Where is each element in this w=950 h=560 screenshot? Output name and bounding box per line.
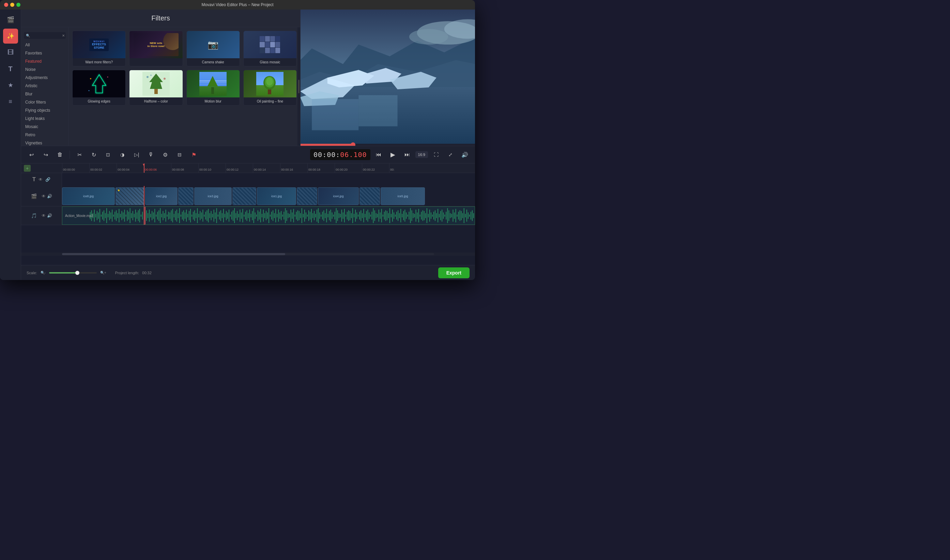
close-button[interactable]: [4, 3, 8, 7]
clip-ice5[interactable]: ice5.jpg: [380, 187, 425, 205]
clip-transition-3[interactable]: [297, 187, 317, 205]
sidebar-item-filters[interactable]: ✨: [3, 29, 18, 44]
video-track-volume[interactable]: 🔊: [47, 194, 52, 198]
text-track-link[interactable]: 🔗: [45, 177, 51, 182]
color-button[interactable]: ◑: [116, 149, 128, 161]
filter-card-new-sets[interactable]: NEW setsin Store now!: [129, 31, 183, 66]
svg-point-3: [107, 77, 108, 78]
settings-button[interactable]: ⚙: [159, 149, 171, 161]
text-track-visibility[interactable]: 👁: [38, 177, 43, 182]
clip-ice8[interactable]: ice8.jpg: [62, 187, 115, 205]
preview-handle[interactable]: [351, 142, 356, 146]
category-mosaic[interactable]: Mosaic: [21, 123, 68, 131]
category-color-filters[interactable]: Color filters: [21, 98, 68, 106]
toolbar-separator-1: [69, 151, 70, 159]
sidebar-item-stickers[interactable]: ★: [3, 78, 18, 93]
category-blur[interactable]: Blur: [21, 90, 68, 98]
screenshot-button[interactable]: ⛶: [430, 149, 442, 161]
category-all[interactable]: All: [21, 41, 68, 49]
category-light-leaks[interactable]: Light leaks: [21, 114, 68, 123]
filter-card-oil-painting[interactable]: Oil painting – fine: [243, 70, 297, 106]
audio-track-content[interactable]: Action_Movie.mp3: [62, 206, 475, 225]
filter-card-camera-shake[interactable]: 📷 Camera shake: [186, 31, 240, 66]
filter-card-halftone[interactable]: Halftone – color: [129, 70, 183, 106]
equalizer-button[interactable]: ⊟: [174, 149, 186, 161]
sidebar-item-timeline[interactable]: ≡: [3, 94, 18, 109]
preview-progress-bar[interactable]: [300, 144, 475, 146]
sidebar-item-text[interactable]: T: [3, 61, 18, 76]
empty-track-space: [21, 225, 475, 252]
audio-track-volume[interactable]: 🔊: [47, 213, 52, 218]
rotate-button[interactable]: ↻: [88, 149, 100, 161]
sidebar-item-transitions[interactable]: 🎞: [3, 45, 18, 60]
svg-rect-232: [359, 212, 360, 220]
svg-rect-266: [406, 212, 406, 219]
maximize-button[interactable]: [16, 3, 20, 7]
timeline-icon: ≡: [9, 98, 12, 105]
glowing-edges-label: Glowing edges: [72, 97, 125, 105]
volume-button[interactable]: 🔊: [459, 149, 471, 161]
audio-track-visibility[interactable]: 👁: [42, 213, 46, 218]
fullscreen-button[interactable]: ⤢: [444, 149, 457, 161]
sidebar-item-media[interactable]: 🎬: [3, 12, 18, 27]
video-track-visibility[interactable]: 👁: [42, 194, 46, 198]
svg-rect-239: [369, 212, 370, 219]
marker-button[interactable]: ⚑: [188, 149, 200, 161]
svg-rect-135: [226, 211, 226, 220]
aspect-ratio-button[interactable]: 16:9: [416, 151, 428, 158]
filter-card-glass-mosaic[interactable]: Glass mosaic: [243, 31, 297, 66]
category-favorites[interactable]: Favorites: [21, 49, 68, 57]
category-retro[interactable]: Retro: [21, 131, 68, 139]
search-input[interactable]: [31, 33, 62, 37]
svg-rect-245: [377, 214, 378, 217]
svg-rect-247: [380, 212, 380, 219]
filter-card-effects-store[interactable]: MOVAVI EFFECTS STORE Want more filters?: [72, 31, 126, 66]
timeline-scrollbar[interactable]: [21, 252, 475, 256]
filter-card-motion-blur[interactable]: Motion blur: [186, 70, 240, 106]
left-sidebar: 🎬 ✨ 🎞 T ★ ≡: [0, 9, 21, 280]
svg-rect-281: [426, 208, 427, 223]
svg-rect-293: [443, 212, 443, 219]
video-track-content[interactable]: ice8.jpg ★ ice2.jpg: [62, 186, 475, 206]
category-vignettes[interactable]: Vignettes: [21, 139, 68, 146]
svg-rect-191: [303, 214, 303, 217]
svg-rect-72: [138, 210, 139, 221]
skip-forward-button[interactable]: ⏭: [401, 149, 413, 161]
redo-button[interactable]: ↪: [40, 149, 52, 161]
audio-button[interactable]: 🎙: [145, 149, 157, 161]
clip-transition-2[interactable]: [232, 187, 256, 205]
clip-ice4[interactable]: ice4.jpg: [318, 187, 359, 205]
svg-rect-75: [142, 212, 143, 220]
svg-rect-196: [310, 212, 310, 220]
scale-slider[interactable]: [49, 272, 97, 274]
category-flying-objects[interactable]: Flying objects: [21, 106, 68, 114]
minimize-button[interactable]: [10, 3, 14, 7]
clip-transition-4[interactable]: [359, 187, 380, 205]
add-track-button[interactable]: +: [24, 165, 31, 172]
filter-card-glowing-edges[interactable]: Glowing edges: [72, 70, 126, 106]
cut-button[interactable]: ✂: [73, 149, 86, 161]
clip-ice1[interactable]: ice1.jpg: [257, 187, 296, 205]
clip-ice2[interactable]: ice2.jpg: [145, 187, 177, 205]
category-noise[interactable]: Noise: [21, 65, 68, 74]
clip-transition-1[interactable]: [178, 187, 194, 205]
delete-button[interactable]: 🗑: [54, 149, 66, 161]
svg-rect-294: [444, 215, 445, 217]
skip-back-button[interactable]: ⏮: [373, 149, 385, 161]
motion-button[interactable]: ▷|: [131, 149, 143, 161]
clear-search-button[interactable]: ✕: [62, 34, 65, 37]
svg-rect-54: [113, 215, 114, 217]
export-button[interactable]: Export: [438, 268, 470, 278]
crop-button[interactable]: ⊡: [102, 149, 114, 161]
project-length-label: Project length:: [115, 271, 139, 275]
preview-video: [300, 9, 475, 146]
svg-rect-244: [376, 213, 377, 218]
undo-button[interactable]: ↩: [25, 149, 37, 161]
category-adjustments[interactable]: Adjustments: [21, 74, 68, 82]
category-artistic[interactable]: Artistic: [21, 82, 68, 90]
clip-starred[interactable]: ★: [115, 187, 145, 205]
filter-search-box[interactable]: 🔍 ✕: [24, 32, 66, 39]
clip-ice3[interactable]: ice3.jpg: [194, 187, 232, 205]
play-button[interactable]: ▶: [387, 149, 399, 161]
category-featured[interactable]: Featured: [21, 57, 68, 65]
